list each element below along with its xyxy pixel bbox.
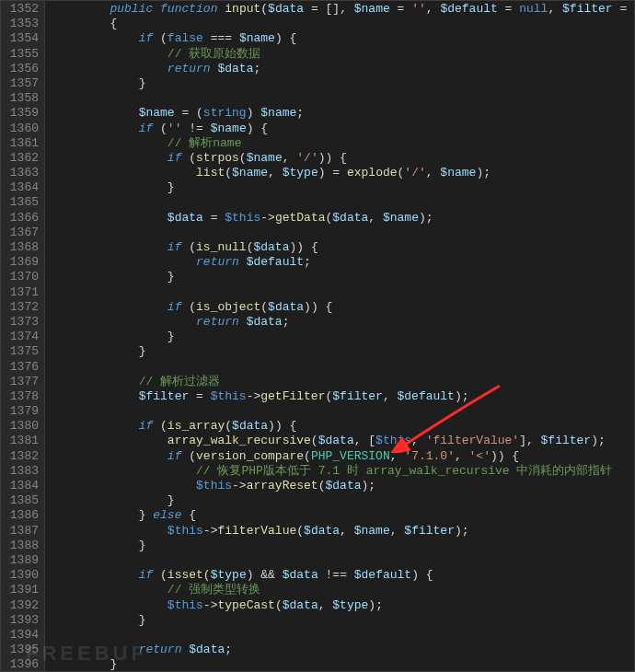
code-line[interactable]: return $default; [52, 255, 635, 270]
code-line[interactable] [52, 628, 635, 643]
code-token: != [181, 122, 210, 135]
code-token: , [426, 166, 441, 180]
code-line[interactable]: $data = $this->getData($data, $name); [52, 211, 635, 226]
code-line[interactable] [52, 404, 635, 419]
code-token: function [160, 2, 217, 16]
code-line[interactable] [52, 226, 635, 240]
line-number: 1394 [4, 628, 39, 643]
code-line[interactable]: $name = (string) $name; [52, 106, 635, 121]
code-line[interactable]: } [52, 330, 635, 344]
line-number: 1353 [4, 17, 39, 31]
code-token: $data [247, 315, 283, 329]
code-line[interactable]: } [52, 76, 635, 91]
code-line[interactable]: if (is_null($data)) { [52, 240, 635, 255]
code-token: '' [411, 2, 426, 16]
code-token: ], [519, 434, 540, 447]
code-token: if [139, 568, 154, 582]
code-token: = [498, 2, 519, 16]
code-token: $name [139, 106, 175, 120]
code-line[interactable]: // 恢复PHP版本低于 7.1 时 array_walk_recursive … [52, 464, 635, 479]
code-line[interactable]: } [52, 344, 635, 359]
line-number: 1382 [4, 449, 39, 464]
line-number: 1373 [4, 315, 39, 330]
code-line[interactable]: if (is_array($data)) { [52, 419, 635, 434]
code-token: $data [217, 62, 253, 75]
code-token: ; [304, 255, 311, 269]
code-editor[interactable]: 1352135313541355135613571358135913601361… [0, 0, 635, 672]
code-token: is_null [196, 240, 247, 254]
code-line[interactable]: if (version_compare(PHP_VERSION, '7.1.0'… [52, 449, 635, 464]
code-line[interactable]: if (isset($type) && $data !== $default) … [52, 568, 635, 583]
line-number: 1355 [4, 47, 39, 62]
code-token: $filter [139, 389, 190, 403]
code-line[interactable]: } [52, 657, 635, 672]
code-line[interactable] [52, 553, 635, 568]
code-line[interactable]: } [52, 270, 635, 284]
code-token: ( [203, 568, 211, 582]
code-line[interactable]: $this->typeCast($data, $type); [52, 598, 635, 613]
code-token: , [318, 598, 333, 612]
code-token: // 解析过滤器 [139, 375, 220, 388]
code-line[interactable]: list($name, $type) = explode('/', $name)… [52, 166, 635, 180]
code-token [153, 2, 160, 16]
code-line[interactable]: } [52, 613, 635, 628]
code-token: === [203, 31, 239, 45]
code-line[interactable]: if (strpos($name, '/')) { [52, 151, 635, 166]
code-line[interactable]: return $data; [52, 315, 635, 330]
code-line[interactable]: if (is_object($data)) { [52, 300, 635, 315]
code-line[interactable]: // 获取原始数据 [52, 47, 635, 62]
code-token: } [110, 657, 117, 671]
code-token: if [139, 122, 154, 135]
code-token: if [139, 31, 154, 45]
code-token: ( [260, 2, 268, 16]
code-line[interactable]: // 强制类型转换 [52, 583, 635, 597]
code-token: ( [181, 151, 196, 165]
code-line[interactable]: } [52, 180, 635, 195]
code-token: , [340, 2, 354, 16]
line-number: 1357 [4, 76, 39, 91]
code-line[interactable]: return $data; [52, 643, 635, 657]
code-token: $type [283, 166, 318, 180]
code-token: ( [153, 419, 167, 433]
code-line[interactable]: } else { [52, 508, 635, 523]
code-token: ) [247, 106, 261, 120]
code-token: typeCast [217, 598, 274, 612]
code-token: $type [332, 598, 368, 612]
code-line[interactable]: if (false === $name) { [52, 31, 635, 46]
line-number: 1369 [4, 255, 39, 270]
code-token: ); [476, 166, 491, 180]
code-token: return [196, 315, 239, 329]
code-token: && [260, 568, 275, 582]
code-line[interactable] [52, 195, 635, 210]
code-token: $name [239, 31, 275, 45]
code-line[interactable] [52, 360, 635, 375]
code-line[interactable]: public function input($data = [], $name … [52, 2, 635, 17]
code-token: , [368, 211, 383, 225]
code-token: $default [354, 568, 411, 582]
code-token: $data [283, 568, 318, 582]
line-number: 1361 [4, 136, 39, 151]
code-token: $data [232, 419, 268, 433]
code-line[interactable]: } [52, 539, 635, 553]
code-token: $default [247, 255, 304, 269]
code-line[interactable] [52, 285, 635, 300]
code-token: filterValue [217, 524, 296, 538]
code-line[interactable]: $filter = $this->getFilter($filter, $def… [52, 389, 635, 404]
code-line[interactable]: } [52, 493, 635, 508]
code-token: ( [153, 31, 167, 45]
code-token: -> [203, 524, 218, 538]
code-line[interactable] [52, 91, 635, 106]
code-token: = [189, 389, 210, 403]
code-line[interactable]: return $data; [52, 62, 635, 76]
line-number: 1360 [4, 122, 39, 136]
code-line[interactable]: { [52, 17, 635, 31]
code-token: $data [189, 643, 225, 656]
code-line[interactable]: // 解析name [52, 136, 635, 151]
line-number: 1391 [4, 583, 39, 597]
code-line[interactable]: // 解析过滤器 [52, 375, 635, 389]
code-line[interactable]: if ('' != $name) { [52, 122, 635, 136]
code-line[interactable]: array_walk_recursive($data, [$this, 'fil… [52, 434, 635, 448]
code-area[interactable]: public function input($data = [], $name … [45, 0, 635, 672]
code-line[interactable]: $this->arrayReset($data); [52, 479, 635, 493]
code-line[interactable]: $this->filterValue($data, $name, $filter… [52, 524, 635, 539]
